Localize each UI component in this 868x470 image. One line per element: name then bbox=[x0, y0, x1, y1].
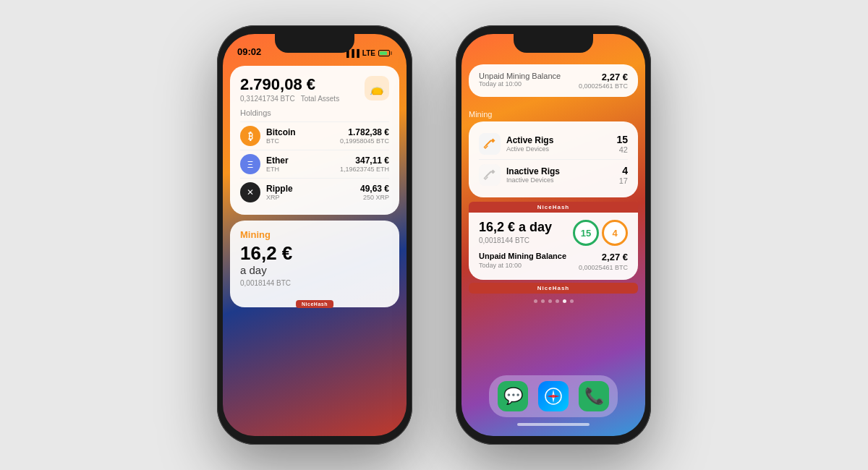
inactive-devices-label: Inactive Devices bbox=[506, 176, 619, 184]
time-left: 09:02 bbox=[237, 46, 261, 57]
phone-left: 09:02 ▐▐▐ LTE bbox=[217, 25, 412, 445]
wallet-icon: 👝 bbox=[365, 76, 389, 101]
coin-ticker-btc: BTC bbox=[266, 137, 340, 145]
coin-btcval-btc: 0,19958045 BTC bbox=[340, 137, 389, 145]
home-indicator-right bbox=[517, 423, 590, 426]
dot-1 bbox=[534, 299, 537, 303]
active-rigs-row: Active Rigs Active Devices 15 42 bbox=[479, 129, 628, 159]
mining-widget-header: 16,2 € a day 0,0018144 BTC 15 4 bbox=[479, 220, 628, 246]
pickaxe-inactive-icon bbox=[483, 168, 496, 181]
dot-3 bbox=[548, 299, 552, 303]
holding-row-xrp: ✕ Ripple XRP 49,63 € 250 XRP bbox=[240, 178, 389, 206]
coin-eur-xrp: 49,63 € bbox=[360, 184, 389, 194]
partial-left: Unpaid Mining Balance Today at 10:00 bbox=[479, 72, 561, 87]
active-rigs-name: Active Rigs bbox=[506, 135, 616, 145]
status-icons-left: ▐▐▐ LTE bbox=[344, 49, 392, 57]
inactive-rig-info: Inactive Rigs Inactive Devices bbox=[506, 166, 619, 184]
messages-dock-icon[interactable]: 💬 bbox=[498, 381, 528, 411]
holding-row-eth: Ξ Ether ETH 347,11 € 1,19623745 ETH bbox=[240, 150, 389, 178]
active-devices-label: Active Devices bbox=[506, 145, 616, 153]
coin-btcval-eth: 1,19623745 ETH bbox=[340, 166, 389, 173]
partial-value: 2,27 € bbox=[579, 72, 628, 82]
coin-eur-btc: 1.782,38 € bbox=[340, 127, 389, 137]
coin-ticker-eth: ETH bbox=[266, 166, 340, 173]
battery-body-left bbox=[378, 50, 390, 56]
portfolio-btc: 0,31241734 BTC Total Assets bbox=[240, 95, 339, 103]
coin-value-xrp: 49,63 € 250 XRP bbox=[360, 184, 389, 201]
mining-label: Mining bbox=[240, 229, 389, 240]
mining-section-label: Mining bbox=[469, 110, 638, 119]
circles-group: 15 4 bbox=[573, 220, 628, 246]
coin-info-xrp: Ripple XRP bbox=[266, 184, 360, 201]
mining-day-btc: 0,0018144 BTC bbox=[479, 236, 552, 244]
active-rig-info: Active Rigs Active Devices bbox=[506, 135, 616, 153]
portfolio-card: 2.790,08 € 0,31241734 BTC Total Assets 👝… bbox=[230, 66, 399, 215]
notch-right bbox=[514, 34, 593, 53]
inactive-devices-count: 17 bbox=[619, 176, 628, 185]
dot-2 bbox=[541, 299, 545, 303]
inactive-rigs-counts: 4 17 bbox=[619, 165, 628, 185]
nh-banner-1: NiceHash bbox=[469, 202, 638, 213]
inactive-rigs-name: Inactive Rigs bbox=[506, 166, 619, 176]
dot-5 bbox=[563, 299, 566, 303]
notch-left bbox=[275, 34, 354, 53]
holdings-label: Holdings bbox=[240, 108, 389, 117]
partial-balance-label: Unpaid Mining Balance bbox=[479, 72, 561, 80]
unpaid-right: 2,27 € 0,00025461 BTC bbox=[579, 252, 628, 271]
partial-btc: 0,00025461 BTC bbox=[579, 82, 628, 90]
btc-icon: ₿ bbox=[240, 126, 260, 146]
portfolio-amount-group: 2.790,08 € 0,31241734 BTC Total Assets bbox=[240, 76, 339, 103]
coin-eur-eth: 347,11 € bbox=[340, 155, 389, 166]
coin-value-btc: 1.782,38 € 0,19958045 BTC bbox=[340, 127, 389, 145]
holding-row-btc: ₿ Bitcoin BTC 1.782,38 € 0,19958045 BTC bbox=[240, 121, 389, 150]
active-circle-badge: 15 bbox=[573, 220, 599, 246]
mining-detail-card: Active Rigs Active Devices 15 42 bbox=[469, 121, 638, 197]
safari-dock-icon[interactable] bbox=[538, 381, 569, 411]
mining-day-amount: 16,2 € a day bbox=[479, 220, 552, 235]
partial-unpaid-row: Unpaid Mining Balance Today at 10:00 2,2… bbox=[479, 72, 628, 90]
coin-ticker-xrp: XRP bbox=[266, 194, 360, 201]
active-devices-count: 42 bbox=[616, 145, 628, 154]
wallpaper-right: Unpaid Mining Balance Today at 10:00 2,2… bbox=[461, 34, 645, 436]
mining-widget-left: 16,2 € a day 0,0018144 BTC bbox=[479, 220, 552, 244]
active-rigs-count: 15 bbox=[616, 134, 628, 145]
wallpaper-left: 09:02 ▐▐▐ LTE bbox=[223, 34, 407, 436]
right-scroll: Unpaid Mining Balance Today at 10:00 2,2… bbox=[461, 60, 645, 371]
unpaid-time: Today at 10:00 bbox=[479, 262, 566, 269]
inactive-rigs-row: Inactive Rigs Inactive Devices 4 17 bbox=[479, 159, 628, 190]
safari-icon bbox=[544, 387, 563, 406]
portfolio-header: 2.790,08 € 0,31241734 BTC Total Assets 👝 bbox=[240, 76, 389, 103]
dot-6 bbox=[570, 299, 574, 303]
phone-dock-icon[interactable]: 📞 bbox=[579, 381, 609, 411]
pickaxe-active-icon bbox=[483, 137, 496, 150]
coin-info-btc: Bitcoin BTC bbox=[266, 127, 340, 145]
mining-amount-group: 16,2 € a day 0,0018144 BTC bbox=[240, 243, 389, 287]
inactive-rigs-count: 4 bbox=[619, 165, 628, 176]
unpaid-label: Unpaid Mining Balance bbox=[479, 252, 566, 260]
nh-banner-2: NiceHash bbox=[469, 283, 638, 294]
left-content: 2.790,08 € 0,31241734 BTC Total Assets 👝… bbox=[223, 60, 407, 436]
battery-fill-left bbox=[380, 51, 387, 55]
coin-value-eth: 347,11 € 1,19623745 ETH bbox=[340, 155, 389, 173]
page-dots bbox=[461, 299, 645, 303]
active-rig-icon-wrap bbox=[479, 133, 501, 155]
svg-marker-2 bbox=[547, 395, 560, 398]
coin-name-btc: Bitcoin bbox=[266, 127, 340, 137]
mining-widget-large: 16,2 € a day 0,0018144 BTC 15 4 bbox=[469, 213, 638, 280]
xrp-icon: ✕ bbox=[240, 182, 260, 202]
battery-left bbox=[378, 50, 392, 56]
unpaid-value: 2,27 € bbox=[579, 252, 628, 262]
phone-right-screen: Unpaid Mining Balance Today at 10:00 2,2… bbox=[461, 34, 645, 436]
inactive-rig-icon-wrap bbox=[479, 164, 501, 186]
right-top-partial: Unpaid Mining Balance Today at 10:00 2,2… bbox=[461, 60, 645, 104]
partial-time: Today at 10:00 bbox=[479, 80, 561, 87]
mining-btc: 0,0018144 BTC bbox=[240, 279, 389, 287]
coin-name-xrp: Ripple bbox=[266, 184, 360, 194]
unpaid-btc: 0,00025461 BTC bbox=[579, 264, 628, 271]
unpaid-left: Unpaid Mining Balance Today at 10:00 bbox=[479, 252, 566, 269]
dot-4 bbox=[556, 299, 559, 303]
nicehash-badge-left: NiceHash bbox=[296, 300, 333, 308]
mining-aday: a day bbox=[240, 264, 389, 276]
coin-info-eth: Ether ETH bbox=[266, 155, 340, 173]
phone-right: Unpaid Mining Balance Today at 10:00 2,2… bbox=[456, 25, 651, 445]
